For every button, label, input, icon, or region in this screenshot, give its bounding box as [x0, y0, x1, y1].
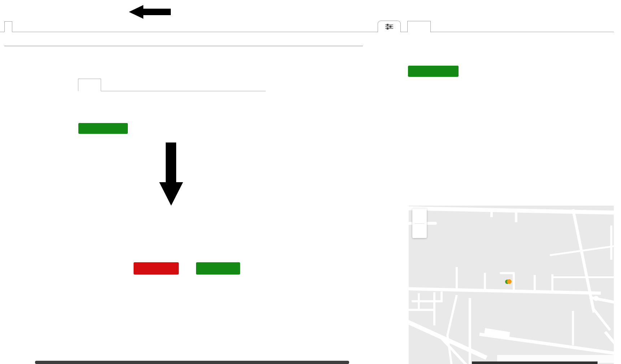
annotation-arrow-down-shaft [166, 142, 176, 183]
map-road [534, 275, 536, 292]
tab-users[interactable] [72, 21, 79, 32]
location-map[interactable] [409, 206, 614, 364]
map-road [591, 307, 611, 331]
filter-settings-button[interactable] [378, 21, 401, 32]
enable-client-button[interactable] [78, 123, 128, 134]
map-road [412, 300, 443, 302]
map-road [572, 311, 574, 345]
enable-client-dialog [108, 213, 234, 284]
tab-sessions[interactable] [4, 21, 12, 32]
enable-client-button[interactable] [408, 66, 459, 77]
map-bottom-bar [472, 361, 598, 364]
map-road [409, 287, 601, 295]
map-road [610, 225, 612, 260]
map-road [440, 291, 443, 302]
map-road [594, 296, 599, 301]
computer-info-panel [407, 20, 620, 114]
annotation-arrow-down-icon [159, 182, 183, 206]
tab-actions[interactable] [30, 21, 38, 32]
annotation-arrow-left-icon [129, 5, 143, 19]
tab-groups[interactable] [89, 21, 96, 32]
map-road [551, 276, 614, 278]
map-road [515, 211, 517, 222]
map-zoom-control [412, 209, 427, 238]
zoom-out-button[interactable] [412, 223, 427, 238]
map-road [409, 309, 435, 311]
zoom-in-button[interactable] [412, 209, 427, 223]
yes-button[interactable] [196, 262, 240, 275]
map-road [446, 295, 458, 336]
tab-incidents[interactable] [50, 21, 57, 32]
popup-tab-divider [101, 91, 266, 91]
map-road [469, 298, 471, 364]
horizontal-scrollbar[interactable] [35, 361, 349, 364]
map-road [409, 206, 614, 215]
map-marker[interactable] [507, 279, 512, 284]
map-road [456, 267, 458, 291]
annotation-arrow-left-shaft [143, 9, 171, 15]
popup-tab-computer[interactable] [78, 79, 101, 91]
map-road [490, 211, 493, 217]
panel-tab-computer[interactable] [407, 21, 431, 32]
sliders-icon [385, 23, 393, 30]
cancel-button[interactable] [134, 262, 179, 275]
computer-info-popup [78, 78, 266, 135]
